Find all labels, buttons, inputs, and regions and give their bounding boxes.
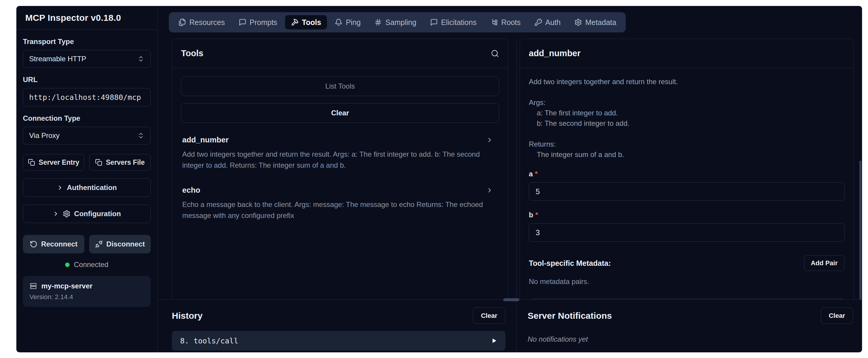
- required-asterisk: *: [535, 211, 538, 219]
- tab-sampling[interactable]: Sampling: [368, 15, 422, 29]
- server-entry-button[interactable]: Server Entry: [23, 154, 85, 171]
- clear-tools-button[interactable]: Clear: [181, 103, 499, 123]
- content-row: Tools List Tools Clear add_number: [158, 39, 862, 300]
- tab-elicitations[interactable]: Elicitations: [424, 15, 483, 29]
- connection-type-label: Connection Type: [23, 114, 151, 122]
- tab-metadata[interactable]: Metadata: [568, 15, 622, 29]
- tree-icon: [490, 19, 498, 26]
- history-title: History: [172, 311, 203, 321]
- message-icon: [430, 19, 438, 26]
- servers-file-button[interactable]: Servers File: [89, 154, 151, 171]
- tool-name: echo: [182, 185, 200, 195]
- servers-file-label: Servers File: [106, 158, 145, 167]
- configuration-label: Configuration: [74, 210, 121, 218]
- history-entry-label: 8. tools/call: [180, 336, 239, 345]
- chevron-right-icon: [53, 210, 59, 217]
- connected-dot: [65, 263, 69, 267]
- tab-resources[interactable]: Resources: [173, 15, 231, 29]
- tab-label: Tools: [302, 18, 321, 27]
- arg-b-label: b*: [529, 211, 844, 219]
- horizontal-resize-handle[interactable]: [503, 298, 519, 301]
- connection-type-value: Via Proxy: [29, 131, 59, 140]
- tab-ping[interactable]: Ping: [329, 15, 367, 29]
- tool-detail-panel: add_number Add two integers together and…: [520, 39, 854, 299]
- chevron-right-icon: [486, 187, 493, 194]
- tab-roots[interactable]: Roots: [484, 15, 526, 29]
- play-icon: [491, 338, 497, 344]
- server-entry-label: Server Entry: [39, 158, 80, 167]
- chevron-right-icon: [57, 184, 63, 191]
- nav-row: Resources Prompts Tools Ping: [158, 6, 862, 39]
- tab-label: Prompts: [250, 18, 277, 27]
- server-icon: [29, 282, 37, 290]
- tab-label: Sampling: [385, 18, 416, 27]
- search-icon[interactable]: [491, 49, 499, 58]
- bell-icon: [335, 19, 342, 26]
- history-panel: History Clear 8. tools/call: [158, 300, 516, 352]
- transport-type-label: Transport Type: [23, 37, 151, 46]
- hash-icon: [374, 19, 382, 26]
- unplug-icon: [95, 240, 103, 248]
- gear-icon: [63, 210, 70, 218]
- hammer-icon: [291, 19, 299, 26]
- reconnect-label: Reconnect: [41, 240, 78, 248]
- configuration-toggle[interactable]: Configuration: [23, 205, 151, 223]
- chevron-up-down-icon: [137, 55, 145, 62]
- disconnect-label: Disconnect: [106, 240, 145, 248]
- tool-list-item-echo[interactable]: echo Echo a message back to the client. …: [181, 178, 499, 223]
- transport-type-value: Streamable HTTP: [29, 55, 86, 63]
- arg-a-input[interactable]: [529, 182, 844, 201]
- no-notifications-text: No notifications yet: [528, 335, 853, 344]
- clear-history-button[interactable]: Clear: [473, 307, 505, 324]
- vertical-pane-divider: [516, 300, 517, 352]
- connection-type-select[interactable]: Via Proxy: [23, 127, 151, 145]
- chevron-right-icon: [486, 137, 493, 144]
- tab-auth[interactable]: Auth: [529, 15, 566, 29]
- tool-detail-description: Add two integers together and return the…: [529, 77, 844, 160]
- message-icon: [239, 19, 246, 26]
- disconnect-button[interactable]: Disconnect: [89, 235, 151, 253]
- server-version: Version: 2.14.4: [29, 293, 144, 301]
- clear-notifications-button[interactable]: Clear: [821, 307, 853, 324]
- no-metadata-text: No metadata pairs.: [529, 277, 844, 286]
- list-tools-button[interactable]: List Tools: [181, 77, 499, 96]
- url-input[interactable]: [23, 88, 151, 107]
- top-nav: Resources Prompts Tools Ping: [169, 12, 626, 32]
- tool-name: add_number: [182, 135, 228, 145]
- tab-label: Ping: [346, 18, 361, 27]
- output-schema-section[interactable]: Output Schema: Expand: [529, 298, 844, 299]
- detail-panel-scrollbar[interactable]: [859, 160, 862, 300]
- copy-icon: [95, 159, 102, 166]
- authentication-toggle[interactable]: Authentication: [23, 178, 151, 197]
- sidebar: MCP Inspector v0.18.0 Transport Type Str…: [17, 6, 158, 352]
- tool-metadata-label: Tool-specific Metadata:: [529, 259, 611, 268]
- chevron-up-down-icon: [137, 132, 145, 139]
- bottom-row: History Clear 8. tools/call Server Notif…: [158, 300, 862, 352]
- tab-label: Auth: [546, 18, 561, 27]
- tab-label: Metadata: [585, 18, 616, 27]
- tool-description: Add two integers together and return the…: [182, 149, 498, 171]
- url-label: URL: [23, 76, 151, 84]
- transport-type-select[interactable]: Streamable HTTP: [23, 50, 151, 68]
- tab-tools[interactable]: Tools: [285, 15, 327, 29]
- reconnect-button[interactable]: Reconnect: [23, 235, 85, 253]
- server-info-card: my-mcp-server Version: 2.14.4: [23, 276, 151, 307]
- server-notifications-title: Server Notifications: [528, 311, 612, 321]
- tab-prompts[interactable]: Prompts: [233, 15, 283, 29]
- vertical-pane-divider[interactable]: [516, 39, 517, 299]
- tools-panel-title: Tools: [181, 49, 203, 58]
- tab-label: Roots: [501, 18, 521, 27]
- history-entry[interactable]: 8. tools/call: [172, 331, 505, 351]
- add-pair-button[interactable]: Add Pair: [804, 256, 844, 271]
- tool-list-item-add-number[interactable]: add_number Add two integers together and…: [181, 128, 499, 173]
- authentication-label: Authentication: [67, 183, 117, 192]
- key-icon: [534, 19, 542, 26]
- gear-icon: [574, 19, 582, 26]
- connected-text: Connected: [74, 261, 108, 269]
- server-name: my-mcp-server: [41, 282, 92, 290]
- screenshot-frame: MCP Inspector v0.18.0 Transport Type Str…: [0, 0, 868, 358]
- app-title-bar: MCP Inspector v0.18.0: [17, 6, 157, 30]
- mcp-inspector-app: MCP Inspector v0.18.0 Transport Type Str…: [17, 6, 862, 352]
- arg-b-input[interactable]: [529, 223, 844, 242]
- main-area: Resources Prompts Tools Ping: [158, 6, 862, 352]
